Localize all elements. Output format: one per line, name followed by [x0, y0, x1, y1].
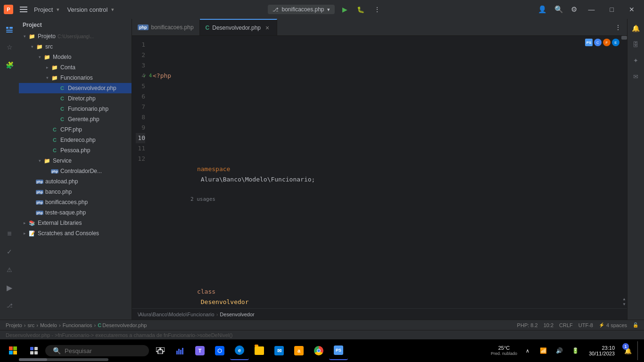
indent-label: 4 spaces: [606, 322, 627, 328]
mail-app-button[interactable]: ✉: [270, 341, 289, 360]
breadcrumb-item-namespace[interactable]: \Alura\Banco\Modelo\Funcionario: [138, 312, 215, 317]
start-button[interactable]: [4, 341, 23, 360]
project-dropdown-icon[interactable]: ▾: [57, 7, 59, 13]
tree-item-funcionario[interactable]: ▸ C Funcionario.php: [19, 104, 132, 114]
bookmarks-button[interactable]: ☆: [1, 39, 18, 56]
tree-item-scratches[interactable]: ▸ 📝 Scratches and Consoles: [19, 228, 132, 239]
database-button[interactable]: 🗄: [628, 37, 644, 52]
dropbox-icon: ⬡: [215, 346, 224, 355]
write-access[interactable]: 🔓: [631, 322, 640, 328]
tree-item-bonificacoes[interactable]: ▸ php bonificacoes.php: [19, 197, 132, 207]
tree-item-projeto[interactable]: ▾ 📁 Projeto C:\Users\juang\...: [19, 31, 132, 41]
tab-more-button[interactable]: ⋮: [613, 22, 623, 33]
vertical-scrollbar[interactable]: ▲ ▼: [621, 36, 627, 308]
tree-item-autoload[interactable]: ▸ php autoload.php: [19, 176, 132, 187]
weather-widget[interactable]: 25°C Pred. nublado: [490, 341, 518, 360]
charts-button[interactable]: [171, 341, 190, 360]
dropbox-button[interactable]: ⬡: [210, 341, 229, 360]
tab-desenvolvedor[interactable]: C Desenvolvedor.php ×: [200, 19, 277, 36]
notification-button[interactable]: 🔔: [620, 341, 636, 360]
taskbar-search-bar[interactable]: 🔍: [45, 345, 149, 356]
php-version[interactable]: PHP: 8.2: [515, 322, 540, 328]
project-panel-button[interactable]: [1, 21, 18, 38]
edge-browser-button[interactable]: e: [230, 341, 249, 360]
git-button[interactable]: ⎇: [1, 297, 18, 314]
indent-settings[interactable]: ⚡ 4 spaces: [597, 322, 629, 328]
tree-item-src[interactable]: ▾ 📁 src: [19, 41, 132, 52]
todo-button[interactable]: ✓: [1, 243, 18, 260]
tree-item-pessoa[interactable]: ▸ C Pessoa.php: [19, 145, 132, 156]
scroll-down-arrow[interactable]: ▼: [622, 302, 626, 306]
php-version-label: PHP: 8.2: [517, 322, 538, 328]
notifications-button[interactable]: 🔔: [628, 21, 644, 36]
edge-icon[interactable]: E: [612, 39, 619, 46]
tree-item-modelo[interactable]: ▾ 📁 Modelo: [19, 52, 132, 62]
version-control-label[interactable]: Version control: [67, 6, 107, 13]
code-editor[interactable]: 1 2 3 4 5 6 7 8 9 10 11 12: [132, 36, 621, 308]
tree-item-gerente[interactable]: ▸ C Gerente.php: [19, 114, 132, 124]
problems-button[interactable]: ⚠: [1, 261, 18, 278]
file-explorer-button[interactable]: [250, 341, 269, 360]
plugins-button[interactable]: 🧩: [1, 57, 18, 74]
phpstorm-icon[interactable]: PS: [585, 39, 593, 46]
tab-bonificacoes[interactable]: php bonificacoes.php: [132, 19, 200, 36]
chrome-browser-button[interactable]: [309, 341, 328, 360]
breadcrumb-item-class[interactable]: Desenvolvedor: [220, 312, 254, 317]
hamburger-menu-button[interactable]: [17, 3, 30, 16]
maximize-button[interactable]: □: [604, 3, 619, 16]
tree-item-external[interactable]: ▸ 📚 External Libraries: [19, 218, 132, 228]
cursor-position[interactable]: 10:2: [542, 322, 555, 328]
close-button[interactable]: ✕: [623, 3, 640, 16]
structure-button[interactable]: ≡: [1, 225, 18, 242]
profile-button[interactable]: 👤: [536, 3, 549, 16]
debug-button[interactable]: 🐛: [355, 4, 366, 15]
show-desktop-button[interactable]: [637, 341, 640, 360]
usages-line-3: 2 usages: [153, 195, 583, 204]
network-icon[interactable]: 📶: [536, 341, 551, 360]
php-file-icon: php: [51, 167, 58, 175]
more-actions-button[interactable]: ⋮: [372, 4, 382, 15]
ai-button[interactable]: ✦: [628, 53, 644, 68]
code-content[interactable]: ✓ 4 <?php namespace Alura\Banco\Modelo\F…: [151, 36, 583, 308]
minimize-button[interactable]: —: [583, 3, 601, 16]
tree-item-controlador[interactable]: ▸ php ControladorDe...: [19, 166, 132, 176]
project-path[interactable]: Projeto › src › Modelo › Funcionarios › …: [4, 320, 149, 330]
tab-close-button[interactable]: ×: [264, 24, 271, 32]
battery-icon[interactable]: 🔋: [568, 341, 583, 360]
run-panel-button[interactable]: ▶: [1, 279, 18, 296]
tree-label: banco.php: [45, 189, 72, 195]
tree-item-cpf[interactable]: ▸ C CPF.php: [19, 124, 132, 135]
phpstorm-taskbar-icon: PS: [334, 346, 343, 355]
tree-item-desenvolvedor[interactable]: ▸ C Desenvolvedor.php: [19, 83, 132, 93]
amazon-button[interactable]: a: [289, 341, 308, 360]
tree-item-endereco[interactable]: ▸ C Endereco.php: [19, 135, 132, 145]
class-icon: C: [58, 105, 66, 113]
phpstorm-taskbar-button[interactable]: PS: [329, 341, 348, 360]
scroll-up-arrow[interactable]: ▲: [622, 297, 626, 301]
taskbar-clock[interactable]: 23:10 30/11/2023: [585, 345, 619, 356]
tree-item-service[interactable]: ▾ 📁 Service: [19, 156, 132, 166]
tree-item-teste-saque[interactable]: ▸ php teste-saque.php: [19, 207, 132, 218]
tree-item-conta[interactable]: ▸ 📁 Conta: [19, 62, 132, 73]
run-button[interactable]: ▶: [340, 4, 349, 15]
encoding[interactable]: UTF-8: [577, 322, 595, 328]
tree-label: Endereco.php: [60, 137, 96, 143]
volume-icon[interactable]: 🔊: [552, 341, 567, 360]
tray-arrow-button[interactable]: ∧: [520, 341, 535, 360]
search-button[interactable]: 🔍: [553, 3, 565, 16]
firefox-icon[interactable]: F: [603, 39, 611, 46]
version-control-dropdown-icon[interactable]: ▾: [111, 7, 114, 13]
tree-item-diretor[interactable]: ▸ C Diretor.php: [19, 93, 132, 104]
tree-item-funcionarios[interactable]: ▾ 📁 Funcionarios: [19, 73, 132, 83]
tab-class-icon: C: [206, 25, 210, 31]
chrome-icon[interactable]: C: [594, 39, 602, 46]
mail-button[interactable]: ✉: [628, 69, 644, 84]
teams-button[interactable]: T: [190, 341, 209, 360]
settings-button[interactable]: ⚙: [569, 3, 579, 16]
branch-selector[interactable]: ⎇ bonificacoes.php ▾: [268, 5, 334, 14]
task-view-button[interactable]: [151, 341, 170, 360]
line-ending[interactable]: CRLF: [557, 322, 575, 328]
taskbar-search-input[interactable]: [65, 347, 131, 354]
tree-item-banco[interactable]: ▸ php banco.php: [19, 187, 132, 197]
widgets-button[interactable]: [25, 341, 43, 360]
